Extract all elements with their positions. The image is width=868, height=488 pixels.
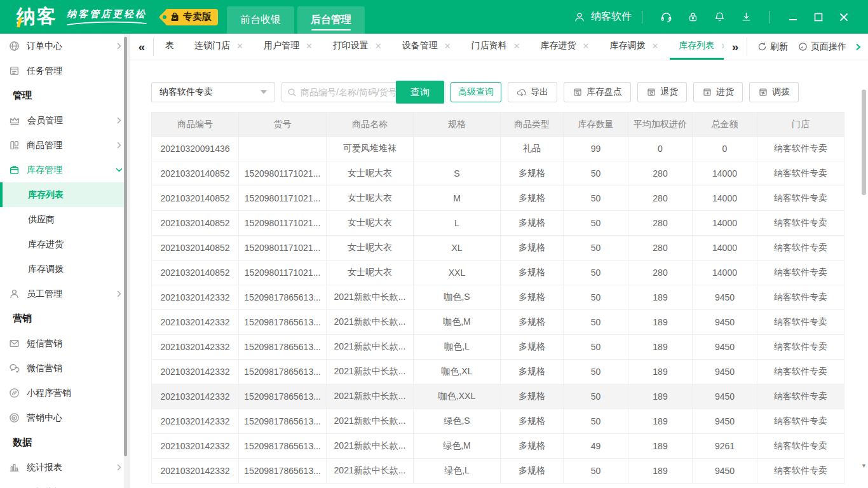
tab-item[interactable]: 用户管理✕: [255, 34, 322, 60]
column-header: 门店: [757, 112, 844, 137]
sidebar-item[interactable]: 短信营销: [0, 331, 130, 356]
table-cell: 9261: [693, 434, 757, 459]
refresh-button[interactable]: 刷新: [757, 41, 788, 53]
sidebar-subitem[interactable]: 库存调拨: [0, 257, 130, 281]
tab-close-icon[interactable]: ✕: [513, 41, 520, 51]
sidebar-item[interactable]: 营销中心: [0, 405, 130, 430]
sidebar-item-label: 微信营销: [27, 363, 62, 374]
nav-backoffice-button[interactable]: 后台管理: [297, 6, 365, 34]
stocktake-button[interactable]: 库存盘点: [564, 82, 631, 102]
table-cell: [414, 137, 501, 161]
search-icon: [287, 88, 297, 97]
lock-icon[interactable]: [684, 9, 701, 25]
return-button[interactable]: 退货: [637, 82, 687, 102]
sidebar-item[interactable]: 库存管理: [0, 158, 130, 182]
table-row[interactable]: 2021032014233215209817865613...2021新款中长款…: [152, 360, 844, 384]
action-buttons: 导出库存盘点退货进货调拨: [501, 82, 799, 102]
table-cell: 50: [564, 186, 628, 211]
tab-item[interactable]: 打印设置✕: [324, 34, 391, 60]
page-operations-button[interactable]: 页面操作: [798, 41, 846, 53]
chevron-right-icon: [115, 141, 123, 149]
table-row[interactable]: 2021032014233215209817865613...2021新款中长款…: [152, 409, 844, 434]
tabs-collapse-button[interactable]: «: [130, 34, 153, 60]
tab-item[interactable]: 设备管理✕: [393, 34, 460, 60]
chevron-right-icon[interactable]: [854, 43, 862, 51]
table-cell: 纳客软件专卖: [757, 335, 844, 360]
sidebar-item[interactable]: 数据分析: [0, 480, 130, 488]
table-cell: 2021新款中长款...: [327, 310, 414, 335]
sidebar-scrollbar-track[interactable]: [124, 34, 130, 488]
store-select-value: 纳客软件专卖: [159, 86, 213, 98]
download-icon[interactable]: [738, 9, 754, 25]
sidebar-item[interactable]: 员工管理: [0, 281, 130, 306]
sidebar-item[interactable]: 订单中心: [0, 34, 130, 58]
table-row[interactable]: 2021032014233215209817865613...2021新款中长款…: [152, 384, 844, 409]
content-scrollbar-thumb[interactable]: [862, 90, 866, 195]
sidebar-subitem[interactable]: 库存列表: [0, 182, 130, 207]
nav-cashier-button[interactable]: 前台收银: [227, 6, 294, 34]
button-label: 调拨: [772, 86, 790, 98]
table-cell: 50: [564, 360, 628, 384]
tab-close-icon[interactable]: ✕: [236, 41, 243, 51]
sidebar-item[interactable]: 统计报表: [0, 455, 130, 480]
tab-close-icon[interactable]: ✕: [583, 41, 590, 51]
table-row[interactable]: 2021032014233215209817865613...2021新款中长款…: [152, 310, 844, 335]
sidebar-item[interactable]: 任务管理: [0, 58, 130, 83]
tabs-expand-button[interactable]: »: [724, 34, 747, 60]
chevron-right-icon: [115, 463, 123, 471]
table-row[interactable]: 2021032014085215209801171021...女士呢大衣M多规格…: [152, 186, 844, 211]
sidebar-item-label: 员工管理: [27, 288, 62, 300]
table-row[interactable]: 2021032014233215209817865613...2021新款中长款…: [152, 434, 844, 459]
table-row[interactable]: 2021032014085215209801171021...女士呢大衣XL多规…: [152, 236, 844, 261]
table-row[interactable]: 2021032014085215209801171021...女士呢大衣XXL多…: [152, 261, 844, 285]
scrollbar-down-arrow-icon[interactable]: ▼: [861, 463, 866, 469]
tab-close-icon[interactable]: ✕: [306, 41, 313, 51]
sidebar-item-label: 商品管理: [27, 140, 62, 151]
table-cell: 纳客软件专卖: [757, 161, 844, 186]
sidebar-item[interactable]: 会员管理: [0, 108, 130, 133]
tab-close-icon[interactable]: ✕: [651, 41, 658, 51]
sidebar-item[interactable]: 微信营销: [0, 356, 130, 381]
tab-item[interactable]: 库存调拨✕: [600, 34, 667, 60]
table-row[interactable]: 2021032014085215209801171021...女士呢大衣S多规格…: [152, 161, 844, 186]
tab-item[interactable]: 门店资料✕: [463, 34, 529, 60]
tab-close-icon[interactable]: ✕: [444, 41, 451, 51]
sidebar-item[interactable]: 小程序营销: [0, 381, 130, 405]
tab-close-icon[interactable]: ✕: [375, 41, 382, 51]
top-nav: 前台收银后台管理: [227, 0, 368, 34]
tab-label: 库存列表: [679, 40, 714, 51]
tab-item[interactable]: 库存进货✕: [532, 34, 599, 60]
toolbar: 纳客软件专卖 查询 高级查询 导出库存盘点退货进货调拨: [151, 81, 868, 104]
table-row[interactable]: 20210320091436可爱风堆堆袜礼品9900纳客软件专卖: [152, 137, 844, 161]
sidebar-subitem[interactable]: 库存进货: [0, 232, 130, 257]
table-cell: 纳客软件专卖: [757, 261, 844, 285]
transfer-button[interactable]: 调拨: [749, 82, 799, 102]
sidebar-scrollbar-thumb[interactable]: [124, 37, 127, 456]
table-row[interactable]: 2021032014233215209817865613...2021新款中长款…: [152, 285, 844, 310]
purchase-button[interactable]: 进货: [693, 82, 743, 102]
table-cell: 9450: [693, 360, 757, 384]
sidebar-subitem[interactable]: 供应商: [0, 207, 130, 232]
maximize-icon[interactable]: [810, 8, 827, 26]
close-icon[interactable]: [835, 8, 853, 26]
sidebar-item[interactable]: 商品管理: [0, 133, 130, 158]
tab-label: 表: [165, 40, 174, 51]
user-account[interactable]: 纳客软件: [573, 10, 632, 24]
content-scrollbar[interactable]: ▼: [861, 88, 866, 483]
table-row[interactable]: 2021032014233215209817865613...2021新款中长款…: [152, 335, 844, 360]
store-select-dropdown[interactable]: 纳客软件专卖: [151, 82, 275, 102]
bell-icon[interactable]: [711, 9, 728, 25]
minimize-icon[interactable]: [784, 8, 802, 26]
tab-item[interactable]: 连锁门店✕: [186, 34, 252, 60]
table-cell: 纳客软件专卖: [757, 409, 844, 434]
tab-item[interactable]: 表: [156, 34, 183, 60]
button-label: 库存盘点: [587, 86, 622, 98]
table-row[interactable]: 2021032014233215209817865613...2021新款中长款…: [152, 459, 844, 484]
table-cell: 纳客软件专卖: [757, 186, 844, 211]
search-button[interactable]: 查询: [396, 81, 444, 104]
export-button[interactable]: 导出: [508, 82, 557, 102]
headset-icon[interactable]: [658, 9, 674, 25]
advanced-search-button[interactable]: 高级查询: [451, 82, 501, 102]
table-row[interactable]: 2021032014085215209801171021...女士呢大衣L多规格…: [152, 211, 844, 236]
tab-item[interactable]: 库存列表✕: [670, 34, 724, 60]
